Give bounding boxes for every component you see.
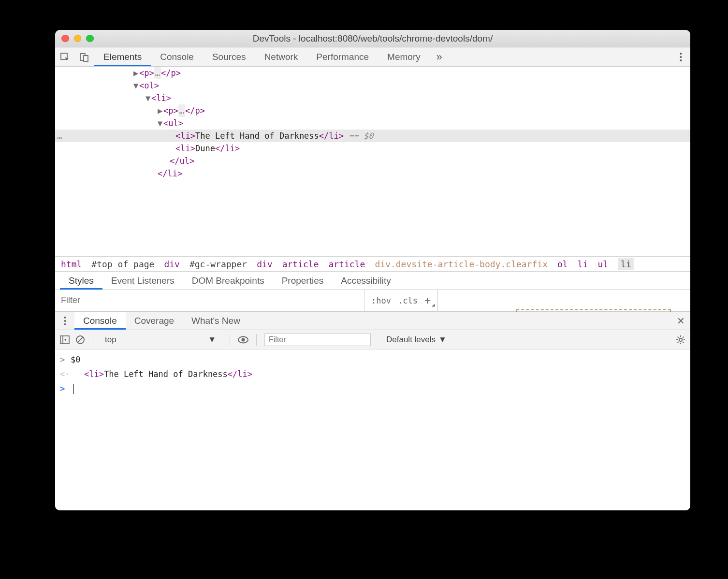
chevron-down-icon: ▼ (208, 335, 216, 345)
subtab-properties[interactable]: Properties (273, 272, 333, 290)
dom-tag: </ul> (170, 155, 194, 167)
box-model-preview (438, 290, 690, 311)
subtab-accessibility[interactable]: Accessibility (332, 272, 399, 290)
levels-label: Default levels (386, 335, 436, 345)
drawer-tab-coverage[interactable]: Coverage (126, 312, 183, 330)
inspect-element-icon[interactable] (55, 47, 74, 66)
styles-toolbar: :hov .cls +◢ (55, 290, 690, 311)
dom-tree-line[interactable]: ▶<p>…</p> (55, 104, 690, 117)
dom-tree-line[interactable]: ▼<li> (55, 92, 690, 104)
drawer-tab-what-s-new[interactable]: What's New (183, 312, 249, 330)
breadcrumb-item[interactable]: div (164, 259, 180, 269)
svg-rect-2 (84, 56, 88, 61)
drawer-menu-icon[interactable] (55, 312, 74, 330)
dom-breadcrumbs[interactable]: html#top_of_pagediv#gc-wrapperdivarticle… (55, 256, 690, 272)
elements-dom-tree[interactable]: ▶<p>…</p>▼<ol>▼<li>▶<p>…</p>▼<ul>… <li>T… (55, 67, 690, 256)
svg-point-7 (64, 320, 66, 322)
console-caret-icon: <· (60, 367, 71, 381)
dom-tag: <ul> (163, 117, 183, 130)
console-sidebar-toggle-icon[interactable] (60, 335, 70, 344)
expand-arrow-icon[interactable]: ▼ (132, 79, 139, 92)
breadcrumb-item[interactable]: ol (557, 259, 568, 269)
svg-point-3 (680, 53, 682, 55)
styles-filter-container (55, 290, 364, 311)
dom-tag: </p> (161, 67, 181, 79)
console-text: $0 (71, 352, 80, 367)
console-settings-icon[interactable] (676, 335, 685, 345)
execution-context-select[interactable]: top ▼ (101, 335, 222, 345)
dom-txt: Dune (195, 142, 215, 155)
expand-arrow-icon[interactable]: ▶ (157, 104, 163, 117)
svg-line-22 (683, 336, 684, 337)
breadcrumb-item[interactable]: #top_of_page (91, 259, 154, 269)
dom-tree-line[interactable]: … <li>The Left Hand of Darkness</li> == … (55, 130, 690, 142)
breadcrumb-item[interactable]: ul (597, 259, 608, 269)
dom-tag: <li> (151, 92, 171, 104)
svg-line-19 (678, 336, 679, 337)
tab-elements[interactable]: Elements (94, 47, 151, 66)
console-row[interactable]: >$0 (55, 352, 690, 367)
drawer: ConsoleCoverageWhat's New ✕ top ▼ Defaul… (55, 311, 690, 510)
console-output[interactable]: >$0<·<li>The Left Hand of Darkness</li>> (55, 349, 690, 510)
drawer-tabs: ConsoleCoverageWhat's New ✕ (55, 312, 690, 330)
gutter-ellipsis-icon[interactable]: … (57, 130, 62, 142)
chevron-down-icon: ▼ (438, 335, 447, 345)
console-text (71, 381, 74, 396)
clear-console-icon[interactable] (75, 335, 85, 345)
breadcrumb-item[interactable]: html (61, 259, 82, 269)
device-toolbar-icon[interactable] (74, 47, 94, 66)
console-row[interactable]: > (55, 381, 690, 396)
console-toolbar: top ▼ Default levels ▼ (55, 330, 690, 349)
expand-arrow-icon[interactable]: ▼ (145, 92, 151, 104)
breadcrumb-item[interactable]: #gc-wrapper (189, 259, 247, 269)
tab-network[interactable]: Network (255, 47, 307, 66)
svg-point-6 (64, 317, 66, 318)
breadcrumb-item[interactable]: li (618, 258, 634, 270)
log-levels-select[interactable]: Default levels ▼ (386, 335, 447, 345)
kebab-menu-icon[interactable] (671, 52, 690, 62)
tab-console[interactable]: Console (151, 47, 203, 66)
live-expression-icon[interactable] (238, 336, 248, 344)
breadcrumb-item[interactable]: article (329, 259, 365, 269)
dom-ellip: … (154, 67, 161, 79)
new-style-rule-button[interactable]: +◢ (424, 294, 431, 306)
subtab-event-listeners[interactable]: Event Listeners (102, 272, 183, 290)
expand-arrow-icon[interactable]: ▼ (157, 117, 163, 130)
console-row[interactable]: <·<li>The Left Hand of Darkness</li> (55, 367, 690, 381)
subtab-styles[interactable]: Styles (60, 272, 102, 290)
zoom-window-button[interactable] (86, 35, 94, 43)
toggle-class-button[interactable]: .cls (398, 296, 418, 305)
main-toolbar: ElementsConsoleSourcesNetworkPerformance… (55, 47, 690, 67)
drawer-tab-console[interactable]: Console (74, 312, 126, 330)
close-window-button[interactable] (61, 35, 69, 43)
dom-tree-line[interactable]: ▶<p>…</p> (55, 67, 690, 79)
toggle-hover-button[interactable]: :hov (371, 296, 391, 305)
minimize-window-button[interactable] (74, 35, 82, 43)
tab-sources[interactable]: Sources (203, 47, 255, 66)
dom-tag: <li> (175, 130, 195, 142)
breadcrumb-item[interactable]: article (282, 259, 319, 269)
dom-tag: <p> (139, 67, 154, 79)
breadcrumb-item[interactable]: li (578, 259, 588, 269)
breadcrumb-item[interactable]: div.devsite-article-body.clearfix (375, 259, 548, 269)
close-drawer-icon[interactable]: ✕ (671, 312, 690, 330)
dom-tree-line[interactable]: </ul> (55, 155, 690, 167)
console-filter-input[interactable] (264, 333, 371, 346)
dom-tree-line[interactable]: <li>Dune</li> (55, 142, 690, 155)
styles-filter-input[interactable] (55, 290, 364, 311)
separator (256, 334, 257, 346)
subtab-dom-breakpoints[interactable]: DOM Breakpoints (183, 272, 273, 290)
console-caret-icon: > (60, 352, 71, 367)
breadcrumb-item[interactable]: div (257, 259, 273, 269)
traffic-lights (61, 35, 94, 43)
tab-performance[interactable]: Performance (307, 47, 378, 66)
console-text: <li>The Left Hand of Darkness</li> (71, 367, 252, 381)
margin-box-outline (516, 309, 671, 312)
more-tabs-icon[interactable]: » (430, 47, 449, 66)
window-title: DevTools - localhost:8080/web/tools/chro… (55, 33, 690, 44)
dom-tree-line[interactable]: ▼<ul> (55, 117, 690, 130)
expand-arrow-icon[interactable]: ▶ (132, 67, 139, 79)
dom-tree-line[interactable]: </li> (55, 167, 690, 180)
tab-memory[interactable]: Memory (378, 47, 430, 66)
dom-tree-line[interactable]: ▼<ol> (55, 79, 690, 92)
